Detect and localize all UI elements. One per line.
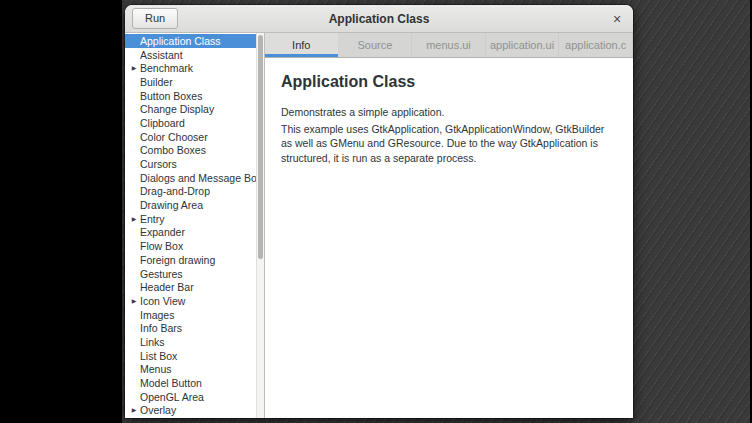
tab-menus-ui[interactable]: menus.ui [412,33,486,57]
sidebar-item-label: Builder [140,76,173,88]
sidebar-item-label: Icon View [140,295,185,307]
sidebar-item[interactable]: Info Bars [125,321,256,335]
app-window: Run Application Class × Application Clas… [125,5,633,418]
sidebar-item[interactable]: Clipboard [125,116,256,130]
tab-info[interactable]: Info [265,33,339,57]
sidebar-item-label: Drawing Area [140,199,203,211]
tab-bar: InfoSourcemenus.uiapplication.uiapplicat… [265,33,633,58]
expander-icon[interactable]: ▶ [128,216,140,222]
sidebar-item-label: Dialogs and Message Boxes [140,172,265,184]
sidebar-item[interactable]: Combo Boxes [125,144,256,158]
sidebar-item-label: Images [140,309,174,321]
sidebar-item-label: Button Boxes [140,90,202,102]
sidebar-item[interactable]: ▶Icon View [125,294,256,308]
sidebar-item-label: Change Display [140,103,214,115]
sidebar-item[interactable]: List Box [125,349,256,363]
sidebar-item[interactable]: Gestures [125,267,256,281]
sidebar-item[interactable]: Builder [125,75,256,89]
tab-source[interactable]: Source [339,33,413,57]
sidebar-item[interactable]: Button Boxes [125,89,256,103]
sidebar-item-label: Menus [140,363,172,375]
description-body: This example uses GtkApplication, GtkApp… [281,122,617,165]
description-line: Demonstrates a simple application. [281,105,617,119]
page-title: Application Class [281,73,617,91]
sidebar-item[interactable]: Images [125,308,256,322]
sidebar-item-label: List Box [140,350,177,362]
window-title: Application Class [125,5,633,32]
sidebar-item-label: Expander [140,226,185,238]
sidebar-item-label: Links [140,336,165,348]
sidebar-item-label: Overlay [140,404,176,416]
sidebar-item[interactable]: Application Class [125,34,256,48]
sidebar-item[interactable]: Change Display [125,102,256,116]
tab-application-ui[interactable]: application.ui [486,33,560,57]
sidebar-item[interactable]: Color Chooser [125,130,256,144]
sidebar-item[interactable]: Drawing Area [125,198,256,212]
sidebar-item[interactable]: Menus [125,363,256,377]
sidebar-item[interactable]: Model Button [125,376,256,390]
sidebar-item[interactable]: Cursors [125,157,256,171]
sidebar-item-label: Benchmark [140,62,193,74]
info-page: Application Class Demonstrates a simple … [265,58,633,181]
sidebar-item-label: Header Bar [140,281,194,293]
expander-icon[interactable]: ▶ [128,407,140,413]
sidebar-item[interactable]: Assistant [125,48,256,62]
demo-sidebar: Application ClassAssistant▶BenchmarkBuil… [125,33,265,418]
sidebar-item[interactable]: ▶Entry [125,212,256,226]
sidebar-item[interactable]: Drag-and-Drop [125,185,256,199]
sidebar-item-label: Gestures [140,268,183,280]
sidebar-item-label: Assistant [140,49,183,61]
sidebar-item[interactable]: Foreign drawing [125,253,256,267]
content-pane: InfoSourcemenus.uiapplication.uiapplicat… [265,33,633,418]
sidebar-item[interactable]: ▶Overlay [125,404,256,418]
sidebar-item-label: Foreign drawing [140,254,215,266]
sidebar-item[interactable]: OpenGL Area [125,390,256,404]
sidebar-item-label: Application Class [140,35,221,47]
sidebar-item[interactable]: Dialogs and Message Boxes [125,171,256,185]
sidebar-item[interactable]: ▶Benchmark [125,61,256,75]
sidebar-item[interactable]: Expander [125,226,256,240]
sidebar-item-label: Flow Box [140,240,183,252]
sidebar-item-label: Drag-and-Drop [140,185,210,197]
sidebar-item[interactable]: Flow Box [125,239,256,253]
expander-icon[interactable]: ▶ [128,65,140,71]
window-body: Application ClassAssistant▶BenchmarkBuil… [125,33,633,418]
sidebar-item-label: Model Button [140,377,202,389]
sidebar-item-label: Color Chooser [140,131,208,143]
sidebar-item-label: OpenGL Area [140,391,204,403]
sidebar-item-label: Combo Boxes [140,144,206,156]
sidebar-item[interactable]: Header Bar [125,280,256,294]
sidebar-item[interactable]: Links [125,335,256,349]
header-bar: Run Application Class × [125,5,633,33]
run-button[interactable]: Run [132,8,178,29]
scrollbar-thumb[interactable] [258,35,263,259]
sidebar-scrollbar[interactable] [256,33,264,418]
sidebar-item-label: Entry [140,213,165,225]
sidebar-list: Application ClassAssistant▶BenchmarkBuil… [125,34,256,417]
close-icon[interactable]: × [608,10,626,28]
sidebar-item-label: Clipboard [140,117,185,129]
expander-icon[interactable]: ▶ [128,298,140,304]
sidebar-item-label: Cursors [140,158,177,170]
sidebar-item-label: Info Bars [140,322,182,334]
tab-application-c[interactable]: application.c [559,33,633,57]
